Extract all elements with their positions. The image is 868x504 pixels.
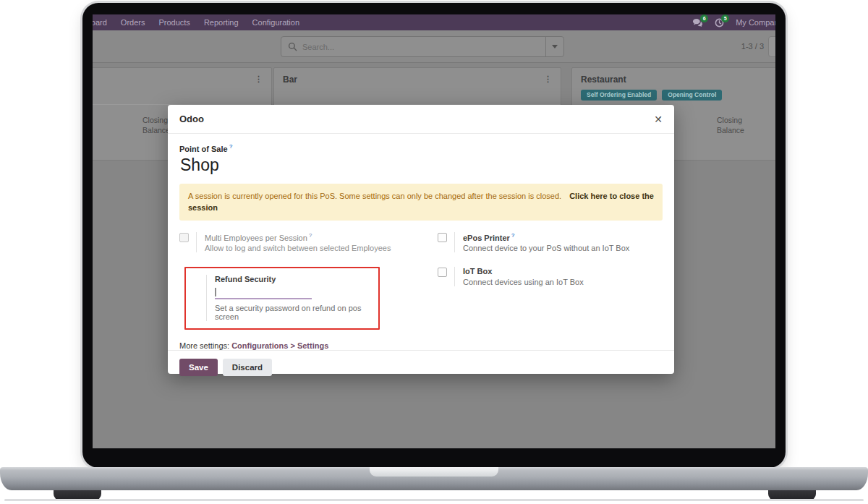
closing-balance-label: Closing Balance bbox=[717, 116, 752, 135]
kebab-menu-icon[interactable]: ⋮ bbox=[255, 74, 263, 83]
epos-printer-checkbox[interactable] bbox=[438, 233, 447, 242]
help-icon[interactable]: ? bbox=[511, 232, 515, 239]
dialog-title: Odoo bbox=[179, 114, 204, 124]
messages-count-badge: 6 bbox=[700, 14, 708, 22]
dialog-header: Odoo ✕ bbox=[168, 105, 674, 134]
laptop-ground-shadow bbox=[4, 499, 864, 501]
search-icon bbox=[288, 42, 297, 51]
setting-iot-box: IoT Box Connect devices using an IoT Box bbox=[438, 267, 663, 286]
close-icon[interactable]: ✕ bbox=[654, 114, 663, 125]
model-label-text: Point of Sale bbox=[179, 145, 228, 153]
session-warning-banner: A session is currently opened for this P… bbox=[179, 184, 663, 221]
multi-employees-checkbox[interactable] bbox=[179, 233, 189, 242]
menu-item-products[interactable]: Products bbox=[158, 18, 190, 27]
pos-settings-dialog: Odoo ✕ Point of Sale? Shop A session is … bbox=[168, 105, 674, 374]
save-button[interactable]: Save bbox=[179, 359, 218, 376]
setting-refund-security: Refund Security Set a security password … bbox=[190, 275, 371, 321]
dialog-body: Point of Sale? Shop A session is current… bbox=[168, 134, 674, 350]
setting-multi-employees: Multi Employees per Session? Allow to lo… bbox=[179, 232, 404, 253]
pager[interactable]: 1-3 / 3 bbox=[741, 42, 764, 51]
control-panel: Search... 1-3 / 3 bbox=[93, 30, 775, 63]
more-settings: More settings: Configurations > Settings bbox=[179, 341, 663, 350]
main-menu: Dashboard Orders Products Reporting Conf… bbox=[93, 18, 299, 27]
warning-text: A session is currently opened for this P… bbox=[188, 192, 561, 200]
model-label: Point of Sale? bbox=[179, 143, 663, 153]
company-switcher[interactable]: My Company bbox=[736, 18, 775, 27]
badge-opening-control: Opening Control bbox=[662, 90, 722, 101]
setting-label: ePos Printer? bbox=[463, 232, 629, 242]
settings-grid: Multi Employees per Session? Allow to lo… bbox=[179, 232, 663, 330]
setting-desc: Connect device to your PoS without an Io… bbox=[463, 244, 629, 252]
help-icon[interactable]: ? bbox=[229, 143, 233, 150]
menu-item-reporting[interactable]: Reporting bbox=[204, 18, 239, 27]
laptop-frame: Dashboard Orders Products Reporting Conf… bbox=[82, 3, 786, 468]
setting-desc: Set a security password on refund on pos… bbox=[215, 304, 371, 321]
chevron-down-icon bbox=[552, 45, 558, 48]
setting-label-text: Multi Employees per Session bbox=[205, 233, 307, 242]
discard-button[interactable]: Discard bbox=[223, 359, 272, 376]
setting-desc: Allow to log and switch between selected… bbox=[205, 244, 391, 252]
badge-self-ordering: Self Ordering Enabled bbox=[581, 90, 657, 101]
activities-count-badge: 5 bbox=[721, 14, 729, 22]
card-title: Bar bbox=[283, 74, 297, 85]
settings-column-left: Multi Employees per Session? Allow to lo… bbox=[179, 232, 404, 330]
search-bar[interactable]: Search... bbox=[281, 36, 564, 57]
setting-label: IoT Box bbox=[463, 267, 584, 276]
activities-icon[interactable]: 5 bbox=[715, 18, 724, 27]
card-badges: Self Ordering Enabled Opening Control bbox=[572, 85, 775, 101]
text-cursor bbox=[215, 288, 216, 296]
laptop-base-notch bbox=[370, 467, 498, 477]
configurations-settings-link[interactable]: Configurations > Settings bbox=[231, 341, 328, 350]
kebab-menu-icon[interactable]: ⋮ bbox=[544, 74, 552, 85]
menu-item-orders[interactable]: Orders bbox=[121, 18, 145, 27]
setting-desc: Connect devices using an IoT Box bbox=[463, 278, 584, 286]
card-title: Restaurant bbox=[581, 74, 626, 85]
refund-security-highlight: Refund Security Set a security password … bbox=[184, 267, 380, 330]
dialog-footer: Save Discard bbox=[168, 350, 674, 385]
settings-column-right: ePos Printer? Connect device to your PoS… bbox=[438, 232, 663, 330]
setting-label-text: ePos Printer bbox=[463, 233, 510, 242]
setting-epos-printer: ePos Printer? Connect device to your PoS… bbox=[438, 232, 663, 253]
record-name: Shop bbox=[180, 155, 663, 175]
messages-icon[interactable]: 6 bbox=[692, 18, 703, 27]
topbar-systray: 6 5 My Company bbox=[692, 14, 775, 30]
setting-label: Refund Security bbox=[215, 275, 371, 283]
menu-item-configuration[interactable]: Configuration bbox=[252, 18, 299, 27]
view-switcher-partial[interactable] bbox=[768, 36, 775, 57]
menu-item-dashboard[interactable]: Dashboard bbox=[93, 18, 107, 27]
search-input[interactable]: Search... bbox=[302, 43, 545, 51]
top-navbar: Dashboard Orders Products Reporting Conf… bbox=[93, 14, 775, 30]
search-filter-toggle[interactable] bbox=[545, 37, 563, 56]
checkbox-spacer bbox=[190, 275, 199, 321]
iot-box-checkbox[interactable] bbox=[438, 268, 447, 277]
more-settings-label: More settings: bbox=[179, 341, 229, 350]
screen-content: Dashboard Orders Products Reporting Conf… bbox=[93, 14, 775, 448]
setting-label: Multi Employees per Session? bbox=[205, 232, 391, 242]
refund-security-input[interactable] bbox=[215, 286, 312, 299]
help-icon[interactable]: ? bbox=[309, 232, 312, 239]
